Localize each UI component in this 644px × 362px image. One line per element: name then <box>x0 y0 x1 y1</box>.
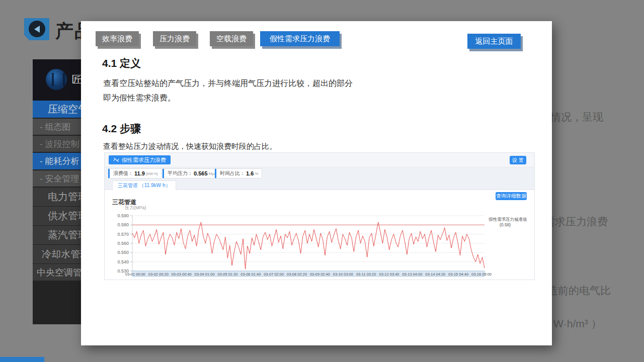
screen: 产品 匠 压缩空气 - 组态图 - 波段控制 - 能耗分析 - 安全管理 电力管… <box>0 0 644 362</box>
svg-text:03-02 00:20: 03-02 00:20 <box>148 272 169 277</box>
tab-efficiency-waste[interactable]: 效率浪费 <box>96 31 139 46</box>
tab-false-demand-pressure-waste[interactable]: 假性需求压力浪费 <box>260 31 340 46</box>
svg-text:03-09 02:40: 03-09 02:40 <box>310 272 330 277</box>
app-logo-badge <box>24 18 49 40</box>
svg-text:03-01 00:00: 03-01 00:00 <box>125 272 145 277</box>
svg-text:03-16 05:00: 03-16 05:00 <box>471 272 492 277</box>
section-4-1-line1: 查看空压站整站的产气压力，并与终端用气压力进行比较，超出的部分 <box>103 76 353 90</box>
brand-text: 匠 <box>72 73 82 86</box>
tab-idle-waste[interactable]: 空载浪费 <box>210 31 253 46</box>
section-4-1-line2: 即为假性需求浪费。 <box>103 90 176 105</box>
section-4-2-heading: 4.2 步骤 <box>102 122 141 136</box>
clipped-bg-text-1: 情况，呈现 <box>550 110 603 124</box>
tab-sanhua-pipeline[interactable]: 三花管道 （11.9kW·h） <box>112 180 176 191</box>
svg-text:03-03 00:40: 03-03 00:40 <box>172 272 192 277</box>
svg-text:0.560: 0.560 <box>117 241 129 246</box>
svg-text:0.590: 0.590 <box>117 213 129 218</box>
back-triangle-icon <box>29 21 45 37</box>
svg-text:03-12 03:40: 03-12 03:40 <box>379 272 399 277</box>
section-4-2-line1: 查看整站压力波动情况，快速获知浪费时段的占比。 <box>103 139 277 153</box>
svg-text:03-07 02:00: 03-07 02:00 <box>264 272 284 277</box>
svg-text:03-14 04:20: 03-14 04:20 <box>425 272 445 277</box>
clipped-bg-text-4: W·h/m³ ） <box>553 317 602 331</box>
svg-text:03-10 03:00: 03-10 03:00 <box>333 272 353 277</box>
svg-text:03-13 04:00: 03-13 04:00 <box>402 272 422 277</box>
tab-pressure-waste[interactable]: 压力浪费 <box>153 31 196 46</box>
svg-text:假性需求压力核准值: 假性需求压力核准值 <box>489 217 527 222</box>
svg-text:0.550: 0.550 <box>117 250 129 255</box>
dashboard-screenshot: 假性需求压力浪费 设 置 浪费值：11.9(kW·h) 平均压力：0.565Mp… <box>104 152 535 280</box>
svg-text:(0.58): (0.58) <box>500 222 511 227</box>
section-4-1-heading: 4.1 定义 <box>102 56 141 70</box>
pressure-line-chart[interactable]: 压力(MPa)0.5300.5400.5500.5600.5700.5800.5… <box>105 153 535 280</box>
svg-text:03-05 01:20: 03-05 01:20 <box>217 272 237 277</box>
chart-title: 三花管道 <box>112 198 136 207</box>
svg-text:03-04 01:00: 03-04 01:00 <box>195 272 215 277</box>
bottom-blue-strip <box>0 357 44 362</box>
svg-text:03-08 02:20: 03-08 02:20 <box>287 272 307 277</box>
svg-text:03-06 01:40: 03-06 01:40 <box>240 272 261 277</box>
svg-text:03-15 04:40: 03-15 04:40 <box>448 272 468 277</box>
svg-text:03-11 03:20: 03-11 03:20 <box>356 272 376 277</box>
company-logo-icon <box>46 69 67 90</box>
svg-text:0.580: 0.580 <box>117 222 129 227</box>
svg-text:0.570: 0.570 <box>117 232 129 237</box>
clipped-bg-text-3: 造前的电气比 <box>547 284 611 298</box>
clipped-bg-text-2: 需求压力浪费 <box>544 215 608 229</box>
query-detail-data-button[interactable]: 查询详细数据 <box>496 192 527 200</box>
back-to-main-button[interactable]: 返回主页面 <box>467 34 521 49</box>
slide-panel: 效率浪费 压力浪费 空载浪费 假性需求压力浪费 返回主页面 4.1 定义 查看空… <box>81 21 552 345</box>
svg-text:0.540: 0.540 <box>117 259 129 264</box>
